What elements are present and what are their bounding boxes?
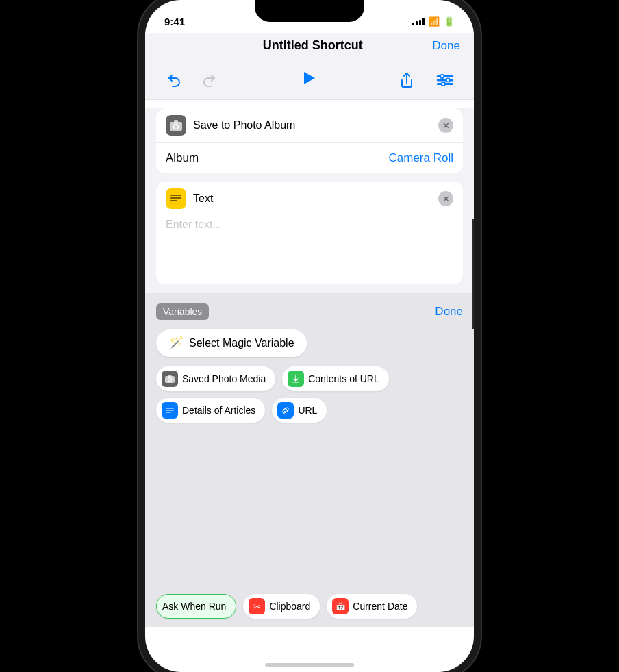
link-chip-icon — [277, 402, 294, 419]
chip-details-of-articles-label: Details of Articles — [182, 405, 255, 416]
svg-rect-11 — [170, 197, 181, 199]
text-action-card: Text ✕ Enter text... — [156, 182, 463, 284]
status-time: 9:41 — [164, 16, 185, 27]
svg-rect-18 — [166, 410, 174, 411]
battery-icon: 🔋 — [444, 16, 455, 27]
home-indicator — [265, 663, 354, 667]
text-action-icon — [166, 188, 186, 209]
bottom-chips-row: Ask When Run ✂ Clipboard 📅 Current Date — [156, 594, 463, 619]
signal-bars-icon — [412, 17, 425, 25]
toolbar-right — [394, 68, 457, 92]
svg-point-5 — [446, 78, 450, 82]
download-chip-icon — [288, 371, 304, 387]
svg-rect-15 — [168, 375, 172, 377]
chip-url[interactable]: URL — [272, 398, 327, 423]
chip-saved-photo-media-label: Saved Photo Media — [182, 373, 266, 384]
nav-title: Untitled Shortcut — [263, 38, 363, 53]
side-bracket — [472, 219, 474, 329]
text-title-row: Text — [166, 188, 213, 209]
svg-rect-1 — [437, 75, 454, 77]
save-photo-album-card: Save to Photo Album ✕ Album Camera Roll — [156, 108, 463, 173]
redo-button[interactable] — [197, 68, 222, 92]
chip-contents-of-url-label: Contents of URL — [308, 373, 379, 384]
calendar-chip-icon: 📅 — [332, 598, 349, 614]
camera-chip-icon — [162, 371, 178, 387]
wifi-icon: 📶 — [429, 16, 440, 27]
play-button[interactable] — [299, 69, 318, 92]
variable-chips-row-2: Details of Articles URL — [156, 398, 463, 423]
save-photo-close-button[interactable]: ✕ — [438, 118, 453, 133]
text-placeholder: Enter text... — [166, 219, 222, 230]
chip-saved-photo-media[interactable]: Saved Photo Media — [156, 366, 275, 391]
magic-wand-icon: 🪄 — [168, 336, 184, 351]
list-chip-icon — [162, 402, 178, 419]
svg-rect-12 — [170, 200, 177, 201]
chip-contents-of-url[interactable]: Contents of URL — [282, 366, 389, 391]
text-input-area[interactable]: Enter text... — [156, 216, 463, 284]
magic-variable-label: Select Magic Variable — [189, 337, 294, 349]
nav-done-button[interactable]: Done — [432, 39, 460, 53]
svg-rect-17 — [166, 408, 174, 409]
action-body: Album Camera Roll — [156, 143, 463, 173]
text-action-header: Text ✕ — [156, 182, 463, 216]
save-photo-action-title: Save to Photo Album — [193, 119, 295, 132]
text-action-close-button[interactable]: ✕ — [438, 191, 453, 206]
chip-clipboard[interactable]: ✂ Clipboard — [243, 594, 320, 619]
chip-ask-when-run-label: Ask When Run — [162, 601, 226, 612]
svg-point-6 — [442, 82, 445, 86]
action-header: Save to Photo Album ✕ — [156, 108, 463, 143]
svg-rect-2 — [437, 79, 454, 81]
album-value-button[interactable]: Camera Roll — [389, 151, 453, 165]
chip-current-date[interactable]: 📅 Current Date — [327, 594, 417, 619]
chip-url-label: URL — [298, 405, 317, 416]
share-icon — [399, 72, 414, 88]
settings-button[interactable] — [433, 68, 457, 92]
scissors-chip-icon: ✂ — [249, 598, 265, 614]
share-button[interactable] — [394, 68, 419, 92]
action-title-row: Save to Photo Album — [166, 115, 295, 136]
chip-current-date-label: Current Date — [353, 601, 407, 612]
toolbar — [145, 61, 474, 100]
play-icon — [299, 69, 318, 88]
svg-rect-16 — [292, 382, 299, 383]
chip-ask-when-run[interactable]: Ask When Run — [156, 594, 236, 619]
svg-rect-9 — [174, 120, 178, 123]
redo-icon — [201, 72, 218, 88]
variables-panel: Variables Done 🪄 Select Magic Variable — [145, 293, 474, 627]
svg-rect-13 — [165, 376, 175, 383]
status-icons: 📶 🔋 — [412, 16, 455, 27]
svg-rect-19 — [166, 412, 171, 413]
variable-chips-row-1: Saved Photo Media Contents of URL — [156, 366, 463, 391]
chip-clipboard-label: Clipboard — [269, 601, 310, 612]
undo-button[interactable] — [162, 68, 186, 92]
variables-label: Variables — [156, 303, 209, 320]
svg-marker-0 — [304, 72, 315, 84]
text-action-title: Text — [193, 192, 213, 205]
phone-frame: 9:41 📶 🔋 Untitled Shortcut Done — [145, 0, 474, 672]
nav-bar: Untitled Shortcut Done — [145, 33, 474, 61]
save-photo-action-icon — [166, 115, 186, 136]
select-magic-variable-button[interactable]: 🪄 Select Magic Variable — [156, 329, 307, 357]
variables-done-button[interactable]: Done — [435, 305, 463, 319]
notch — [255, 0, 364, 22]
toolbar-left — [162, 68, 222, 92]
svg-point-4 — [440, 75, 444, 78]
chip-details-of-articles[interactable]: Details of Articles — [156, 398, 265, 423]
svg-rect-10 — [170, 195, 181, 196]
variables-header: Variables Done — [156, 303, 463, 320]
undo-icon — [166, 72, 182, 88]
album-label: Album — [166, 151, 199, 165]
settings-icon — [435, 73, 455, 88]
